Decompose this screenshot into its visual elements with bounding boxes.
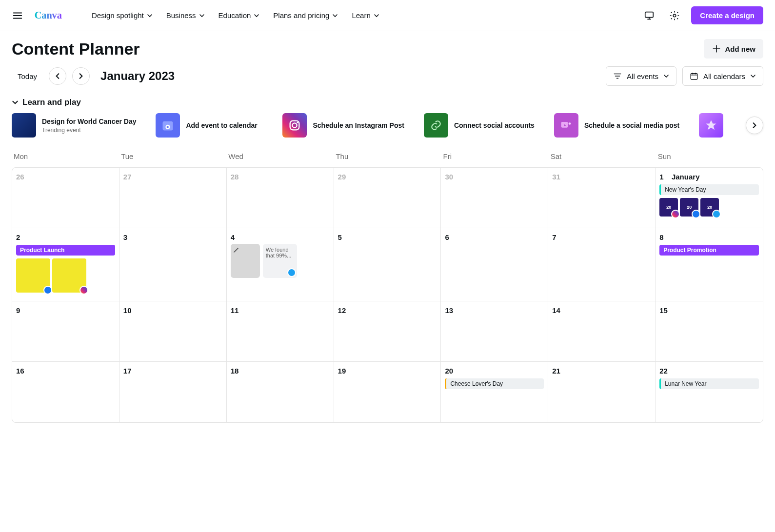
add-new-button[interactable]: Add new — [704, 39, 764, 59]
today-button[interactable]: Today — [12, 68, 43, 84]
calendar-cell[interactable]: 3 — [119, 228, 227, 301]
calendar-cell[interactable]: 12 — [334, 301, 441, 362]
calendar-cell[interactable]: 13 — [441, 301, 548, 362]
nav-label: Learn — [352, 11, 370, 20]
lp-card-world-cancer-day[interactable]: Design for World Cancer Day Trending eve… — [12, 113, 136, 138]
calendar-cell[interactable]: 4 We found that 99%... — [227, 228, 334, 301]
calendar-cell[interactable]: 18 — [227, 362, 334, 422]
lp-title: Connect social accounts — [454, 121, 535, 130]
calendar-cell[interactable]: 9 — [12, 301, 119, 362]
day-number: 18 — [231, 367, 239, 375]
calendar-cell[interactable]: 28 — [227, 168, 334, 228]
calendar-cell[interactable]: 19 — [334, 362, 441, 422]
calendar-cell[interactable]: 30 — [441, 168, 548, 228]
learn-and-play-toggle[interactable]: Learn and play — [12, 98, 763, 107]
lp-thumb-icon — [156, 113, 180, 138]
dow-sun: Sun — [656, 149, 763, 163]
calendar-cell[interactable]: 17 — [119, 362, 227, 422]
lp-card-connect-social[interactable]: Connect social accounts — [424, 113, 535, 138]
lp-card-schedule-social[interactable]: Schedule a social media post — [554, 113, 679, 138]
post-thumb[interactable]: 20 — [680, 198, 698, 217]
svg-point-10 — [569, 122, 571, 125]
post-thumb[interactable] — [16, 258, 50, 293]
nav-business[interactable]: Business — [166, 11, 205, 20]
calendar-cell[interactable]: 16 — [12, 362, 119, 422]
canva-logo[interactable]: Canva — [31, 9, 80, 22]
calendar-cell[interactable]: 11 — [227, 301, 334, 362]
day-number: 12 — [338, 306, 346, 315]
lp-title: Schedule a social media post — [584, 121, 679, 130]
day-number: 10 — [123, 306, 132, 315]
nav-design-spotlight[interactable]: Design spotlight — [92, 11, 153, 20]
calendar-cell[interactable]: 14 — [548, 301, 656, 362]
event-lunar-new-year[interactable]: Lunar New Year — [659, 378, 759, 389]
calendar-cell[interactable]: 22 Lunar New Year — [656, 362, 763, 422]
prev-month-button[interactable] — [49, 67, 66, 85]
calendar-cell[interactable]: 10 — [119, 301, 227, 362]
post-thumb-text[interactable]: We found that 99%... — [263, 244, 297, 278]
lp-title: Add event to calendar — [186, 121, 257, 130]
day-number: 28 — [231, 173, 239, 181]
day-number: 19 — [338, 367, 346, 375]
calendar-cell[interactable]: 1 January New Year's Day 20 20 20 — [656, 168, 763, 228]
post-thumb[interactable]: 20 — [659, 198, 678, 217]
day-number: 6 — [445, 233, 449, 241]
page-title: Content Planner — [12, 39, 140, 59]
day-number: 29 — [338, 173, 346, 181]
chevron-right-icon — [751, 122, 758, 129]
day-number: 8 — [659, 233, 663, 241]
nav-plans[interactable]: Plans and pricing — [273, 11, 338, 20]
chevron-down-icon — [750, 73, 756, 79]
calendar-cell[interactable]: 26 — [12, 168, 119, 228]
calendar-cell[interactable]: 27 — [119, 168, 227, 228]
twitter-badge-icon — [287, 268, 296, 277]
devices-button[interactable] — [640, 7, 658, 24]
dow-wed: Wed — [226, 149, 334, 163]
lp-card-extra[interactable] — [699, 113, 728, 138]
day-number: 20 — [445, 367, 453, 375]
chevron-down-icon — [147, 13, 153, 19]
day-number: 26 — [16, 173, 24, 181]
day-number: 15 — [659, 306, 668, 315]
post-thumb-draft[interactable] — [231, 244, 260, 278]
event-product-promotion[interactable]: Product Promotion — [659, 245, 759, 256]
gear-icon — [669, 10, 680, 21]
lp-title: Design for World Cancer Day — [42, 117, 136, 126]
calendars-filter[interactable]: All calendars — [682, 66, 763, 86]
chevron-down-icon — [663, 73, 669, 79]
svg-rect-1 — [645, 12, 654, 17]
calendar-cell[interactable]: 7 — [548, 228, 656, 301]
calendar-cell[interactable]: 15 — [656, 301, 763, 362]
menu-button[interactable] — [8, 6, 27, 25]
lp-card-schedule-instagram[interactable]: Schedule an Instagram Post — [282, 113, 404, 138]
nav-learn[interactable]: Learn — [352, 11, 379, 20]
svg-rect-3 — [691, 74, 697, 79]
calendar-cell[interactable]: 5 — [334, 228, 441, 301]
svg-point-2 — [674, 14, 676, 17]
calendar-cell[interactable]: 6 — [441, 228, 548, 301]
calendar-cell[interactable]: 20 Cheese Lover's Day — [441, 362, 548, 422]
day-number: 31 — [552, 173, 560, 181]
create-design-button[interactable]: Create a design — [691, 6, 763, 24]
day-number: 14 — [552, 306, 560, 315]
lp-card-add-event[interactable]: Add event to calendar — [156, 113, 263, 138]
calendar-cell[interactable]: 29 — [334, 168, 441, 228]
calendar-cell[interactable]: 31 — [548, 168, 656, 228]
calendar-cell[interactable]: 8 Product Promotion — [656, 228, 763, 301]
event-product-launch[interactable]: Product Launch — [16, 245, 115, 256]
calendar-cell[interactable]: 21 — [548, 362, 656, 422]
event-cheese-lovers-day[interactable]: Cheese Lover's Day — [445, 378, 544, 389]
events-filter[interactable]: All events — [606, 66, 676, 86]
post-thumb[interactable]: 20 — [700, 198, 719, 217]
event-new-years-day[interactable]: New Year's Day — [659, 184, 759, 195]
section-title: Learn and play — [22, 98, 81, 107]
settings-button[interactable] — [666, 7, 683, 24]
post-thumb[interactable] — [52, 258, 86, 293]
dow-tue: Tue — [119, 149, 226, 163]
lp-next-button[interactable] — [746, 117, 763, 134]
month-label: January 2023 — [100, 69, 175, 83]
post-text-preview: We found that 99%... — [266, 247, 292, 258]
next-month-button[interactable] — [72, 67, 90, 85]
calendar-cell[interactable]: 2 Product Launch — [12, 228, 119, 301]
nav-education[interactable]: Education — [219, 11, 260, 20]
